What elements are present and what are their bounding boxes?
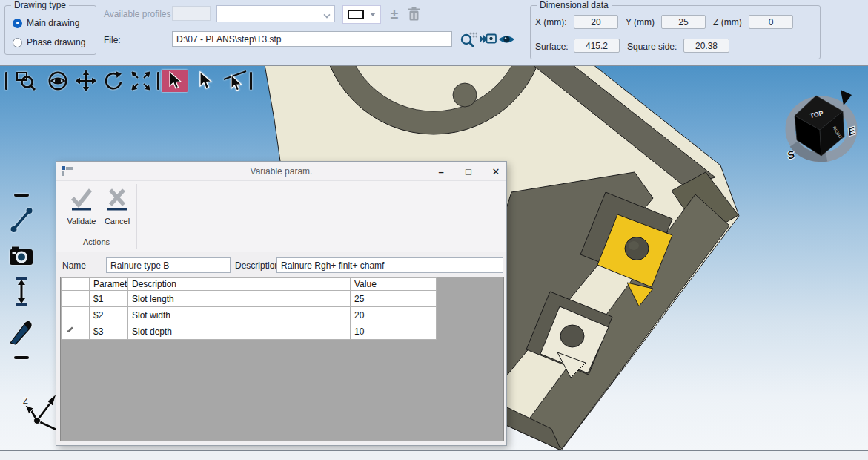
- z-value-field[interactable]: [749, 15, 793, 29]
- file-label: File:: [104, 35, 121, 45]
- maximize-button[interactable]: □: [460, 163, 477, 180]
- cell-value[interactable]: 10: [351, 323, 437, 340]
- z-label: Z (mm): [713, 17, 742, 27]
- cell-parameter[interactable]: $2: [90, 307, 128, 323]
- dimensional-data-title: Dimensional data: [537, 0, 612, 10]
- profile-preview-box: [172, 6, 211, 21]
- y-value-field[interactable]: [661, 15, 706, 29]
- select-cursor-icon-active[interactable]: [162, 70, 188, 92]
- ribbon-separator: [136, 184, 137, 249]
- view-eye-icon[interactable]: [46, 70, 70, 92]
- navigation-cube[interactable]: TOP RIGHT S E: [786, 90, 858, 162]
- available-profiles-label: Available profiles: [104, 9, 171, 19]
- validate-button[interactable]: Validate: [64, 185, 99, 239]
- shape-select-button[interactable]: [342, 5, 381, 24]
- table-header-row: Parameter Description Value: [62, 278, 437, 291]
- parameters-table-container: Parameter Description Value $1 Slot leng…: [60, 277, 504, 441]
- select-edge-cursor-icon[interactable]: [221, 70, 249, 92]
- separator-bar: [14, 194, 29, 197]
- cutter-knife-tool-icon[interactable]: [9, 317, 34, 348]
- validate-check-icon: [69, 185, 94, 214]
- variable-param-dialog: Variable param. – □ ✕ Validate: [56, 161, 507, 446]
- measure-line-tool-icon[interactable]: [9, 205, 34, 237]
- drawing-type-title: Drawing type: [11, 0, 69, 10]
- search-details-icon[interactable]: [460, 30, 477, 48]
- snapshot-camera-tool-icon[interactable]: [9, 246, 34, 269]
- cell-value[interactable]: 20: [351, 307, 437, 323]
- row-edit-pencil-icon: [65, 326, 74, 335]
- cell-description[interactable]: Slot depth: [128, 323, 351, 340]
- dimensional-data-groupbox: Dimensional data X (mm): Y (mm) Z (mm) S…: [530, 5, 821, 59]
- dialog-ribbon: Validate Cancel Actions: [56, 181, 506, 252]
- toolbar-separator: [5, 72, 7, 90]
- axis-z-label: Z: [23, 396, 28, 405]
- separator-bar: [14, 356, 29, 359]
- view-toolbar: [0, 70, 267, 93]
- surface-label: Surface:: [535, 42, 569, 52]
- radio-main-drawing-label: Main drawing: [27, 18, 79, 28]
- combo-chevron-icon: [323, 11, 330, 18]
- description-label: Description: [235, 260, 279, 271]
- cancel-button[interactable]: Cancel: [99, 185, 135, 239]
- drawing-type-groupbox: Drawing type Main drawing Phase drawing: [4, 5, 96, 55]
- cell-value[interactable]: 25: [351, 291, 437, 307]
- add-remove-plusminus-icon[interactable]: ±: [385, 4, 403, 24]
- x-label: X (mm):: [535, 17, 567, 27]
- radio-phase-drawing-circle[interactable]: [13, 38, 22, 47]
- zoom-window-icon[interactable]: [14, 70, 38, 92]
- row-selector[interactable]: [62, 307, 90, 323]
- actions-group-label: Actions: [56, 237, 136, 246]
- shape-dropdown-icon: [370, 13, 376, 16]
- file-path-input[interactable]: [172, 31, 452, 47]
- cancel-x-icon: [105, 185, 130, 214]
- square-side-value-field[interactable]: [683, 39, 729, 53]
- bottom-strip: [0, 451, 868, 460]
- header-description: Description: [128, 278, 351, 291]
- table-row[interactable]: $3 Slot depth 10: [62, 323, 437, 340]
- square-side-label: Square side:: [627, 42, 677, 52]
- cad-application-window: Drawing type Main drawing Phase drawing …: [0, 0, 868, 460]
- cell-description[interactable]: Slot length: [128, 291, 351, 307]
- toolbar-separator: [250, 72, 252, 90]
- cancel-label: Cancel: [105, 217, 130, 226]
- header-selector: [62, 278, 90, 291]
- name-input[interactable]: [106, 257, 231, 273]
- vertical-measure-tool-icon[interactable]: [13, 277, 30, 309]
- pan-move-icon[interactable]: [75, 70, 97, 92]
- y-label: Y (mm): [626, 17, 655, 27]
- trash-icon[interactable]: [405, 4, 423, 24]
- cell-description[interactable]: Slot width: [128, 307, 351, 323]
- export-view-icon[interactable]: [479, 32, 497, 47]
- radio-main-drawing[interactable]: Main drawing: [13, 18, 79, 28]
- radio-main-drawing-circle[interactable]: [13, 19, 22, 28]
- x-value-field[interactable]: [574, 15, 618, 29]
- minimize-button[interactable]: –: [433, 163, 449, 180]
- table-row[interactable]: $2 Slot width 20: [62, 307, 437, 323]
- toolbar-separator: [157, 72, 159, 90]
- rectangle-shape-icon: [348, 10, 364, 19]
- close-button[interactable]: ✕: [488, 163, 504, 180]
- profiles-combobox[interactable]: [216, 5, 335, 22]
- name-label: Name: [62, 260, 86, 271]
- radio-phase-drawing[interactable]: Phase drawing: [13, 37, 85, 47]
- dialog-titlebar[interactable]: Variable param. – □ ✕: [56, 162, 506, 181]
- parameters-table: Parameter Description Value $1 Slot leng…: [61, 277, 437, 340]
- eye-visibility-icon[interactable]: [498, 33, 515, 45]
- top-panel: Drawing type Main drawing Phase drawing …: [0, 0, 868, 65]
- rotate-view-icon[interactable]: [102, 70, 125, 92]
- select-entity-cursor-icon[interactable]: [194, 70, 216, 92]
- cell-parameter[interactable]: $3: [90, 323, 128, 340]
- zoom-fit-icon[interactable]: [129, 70, 153, 92]
- surface-value-field[interactable]: [574, 39, 620, 53]
- row-selector[interactable]: [62, 323, 90, 340]
- radio-phase-drawing-label: Phase drawing: [27, 37, 85, 47]
- description-input[interactable]: [276, 257, 503, 273]
- left-toolbar: [7, 194, 36, 359]
- 3d-viewport[interactable]: TOP RIGHT S E Y Z X: [0, 65, 868, 451]
- validate-label: Validate: [67, 217, 96, 226]
- table-row[interactable]: $1 Slot length 25: [62, 291, 437, 307]
- header-parameter: Parameter: [90, 278, 128, 291]
- cell-parameter[interactable]: $1: [90, 291, 128, 307]
- row-selector[interactable]: [62, 291, 90, 307]
- header-value: Value: [351, 278, 437, 291]
